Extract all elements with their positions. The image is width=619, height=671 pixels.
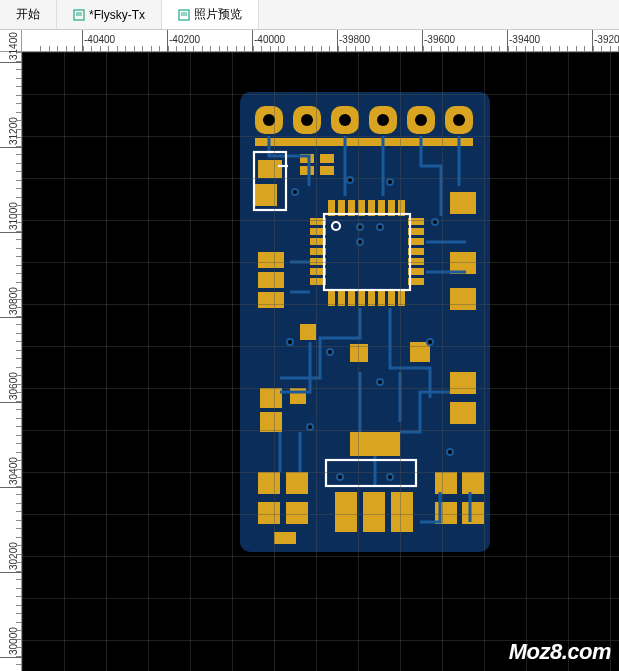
svg-rect-55 [258,252,284,268]
svg-rect-24 [320,166,334,175]
ruler-tick-label: 30600 [8,372,19,400]
svg-rect-81 [462,502,484,524]
grid-line [22,220,619,221]
svg-point-89 [427,339,433,345]
grid-line [22,136,619,137]
svg-rect-63 [410,342,430,362]
grid-line [484,52,485,671]
svg-rect-19 [258,160,282,178]
svg-rect-61 [300,324,316,340]
svg-point-98 [332,222,340,230]
svg-point-93 [447,449,453,455]
svg-rect-79 [462,472,484,494]
tab-label: 开始 [16,6,40,23]
svg-rect-99 [326,460,416,486]
svg-rect-23 [320,154,334,163]
tab-preview[interactable]: 照片预览 [162,0,259,29]
grid-line [22,94,619,95]
svg-rect-70 [335,492,357,532]
svg-point-88 [377,379,383,385]
document-icon [73,9,85,21]
grid-line [568,52,569,671]
ruler-horizontal[interactable]: -40400 -40200 -40000 -39800 -39600 -3940… [22,30,619,52]
ruler-tick-label: -39200 [594,34,619,45]
svg-point-16 [415,114,427,126]
grid-line [232,52,233,671]
ruler-tick-label: 31200 [8,117,19,145]
ruler-tick-label: -39800 [339,34,370,45]
svg-rect-71 [363,492,385,532]
ruler-tick-label: -40400 [84,34,115,45]
grid-line [22,178,619,179]
grid-line [22,262,619,263]
canvas[interactable]: Moz8.com [22,52,619,671]
svg-rect-22 [300,166,314,175]
grid-line [106,52,107,671]
grid-line [22,346,619,347]
svg-point-87 [327,349,333,355]
grid-line [22,304,619,305]
svg-rect-77 [274,532,296,544]
ruler-tick-label: -39600 [424,34,455,45]
grid-line [22,598,619,599]
grid-line [316,52,317,671]
tab-label: 照片预览 [194,6,242,23]
grid-line [22,388,619,389]
grid-line [274,52,275,671]
svg-point-95 [377,224,383,230]
svg-rect-58 [450,192,476,214]
svg-point-86 [287,339,293,345]
svg-rect-60 [450,288,476,310]
svg-rect-72 [391,492,413,532]
svg-rect-56 [258,272,284,288]
grid-line [148,52,149,671]
grid-line [400,52,401,671]
grid-line [442,52,443,671]
svg-rect-18 [255,138,473,146]
ruler-vertical[interactable]: 31400 31200 31000 30800 30600 30400 3020… [0,52,22,671]
svg-point-14 [339,114,351,126]
svg-rect-68 [450,402,476,424]
ruler-tick-label: 30400 [8,457,19,485]
svg-point-82 [292,189,298,195]
tab-flysky[interactable]: *Flysky-Tx [57,0,162,29]
ruler-tick-label: -39400 [509,34,540,45]
ruler-tick-label: 30200 [8,542,19,570]
tab-start[interactable]: 开始 [0,0,57,29]
svg-rect-57 [258,292,284,308]
svg-rect-66 [290,388,306,404]
svg-rect-78 [435,472,457,494]
grid-line [22,556,619,557]
svg-point-92 [387,474,393,480]
document-icon [178,9,190,21]
svg-rect-74 [286,472,308,494]
ruler-tick-label: 31000 [8,202,19,230]
ruler-tick-label: -40000 [254,34,285,45]
svg-point-13 [301,114,313,126]
svg-point-17 [453,114,465,126]
svg-rect-73 [258,472,280,494]
grid-line [526,52,527,671]
grid-line [22,472,619,473]
grid-line [22,430,619,431]
watermark: Moz8.com [509,639,611,665]
ruler-tick-label: -40200 [169,34,200,45]
svg-point-91 [337,474,343,480]
svg-rect-65 [260,412,282,432]
svg-rect-67 [450,372,476,394]
ruler-tick-label: 31400 [8,32,19,60]
grid-line [64,52,65,671]
grid-line [22,640,619,641]
tab-label: *Flysky-Tx [89,8,145,22]
tab-bar: 开始 *Flysky-Tx 照片预览 [0,0,619,30]
svg-rect-97 [324,214,410,290]
grid-line [22,514,619,515]
svg-point-84 [387,179,393,185]
workspace: -40400 -40200 -40000 -39800 -39600 -3940… [0,30,619,671]
grid-line [22,52,619,53]
svg-rect-75 [258,502,280,524]
pcb-board [240,92,490,552]
grid-line [358,52,359,671]
grid-line [190,52,191,671]
grid-line [610,52,611,671]
